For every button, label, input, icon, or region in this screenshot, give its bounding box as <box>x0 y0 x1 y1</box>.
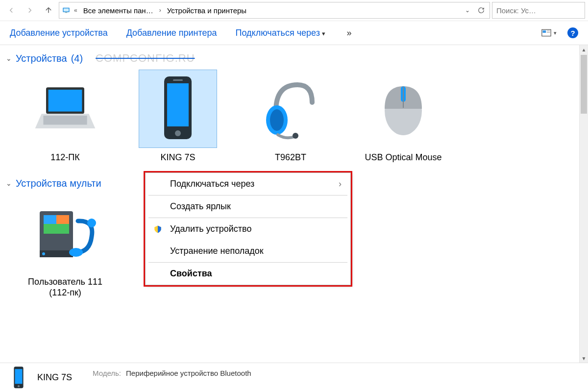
menu-connect-via[interactable]: Подключаться через › <box>146 173 350 195</box>
device-item-mouse[interactable]: USB Optical Mouse <box>362 70 445 163</box>
address-bar: « Все элементы пан… › Устройства и принт… <box>0 0 588 21</box>
details-model-val: Периферийное устройство Bluetooth <box>126 369 251 377</box>
device-label: 112-ПК <box>24 152 107 163</box>
svg-rect-6 <box>547 30 550 31</box>
section-title: Устройства мульти <box>16 178 101 189</box>
phone-icon <box>139 70 217 148</box>
chevron-down-icon: ⌄ <box>6 179 12 187</box>
device-label: KING 7S <box>136 152 220 163</box>
laptop-icon <box>26 70 104 148</box>
device-grid: 112-ПК KING 7S <box>6 70 582 163</box>
breadcrumb[interactable]: « Все элементы пан… › Устройства и принт… <box>59 2 490 19</box>
svg-point-28 <box>87 219 96 227</box>
menu-label: Подключаться через <box>170 179 254 189</box>
device-item-media[interactable]: Пользователь 111 (112-пк) <box>24 194 107 298</box>
svg-point-13 <box>175 130 181 136</box>
details-model-key: Модель: <box>93 369 121 377</box>
menu-label: Удалить устройство <box>170 224 251 234</box>
toolbar: Добавление устройства Добавление принтер… <box>0 21 588 45</box>
scroll-up-icon[interactable]: ▲ <box>580 45 588 54</box>
add-device-button[interactable]: Добавление устройства <box>10 28 108 38</box>
svg-rect-30 <box>15 369 22 384</box>
menu-label: Создать ярлык <box>170 201 231 212</box>
chevron-right-icon: › <box>339 179 342 189</box>
content-area: ⌄ Устройства (4) COMPCONFIG.RU 112-ПК <box>0 45 588 363</box>
device-label: Пользователь 111 (112-пк) <box>24 276 107 298</box>
toolbar-overflow[interactable]: » <box>347 28 352 38</box>
mouse-icon <box>364 70 442 148</box>
section-title: Устройства <box>16 53 67 64</box>
menu-label: Устранение неполадок <box>170 246 264 256</box>
chevron-down-icon: ⌄ <box>6 54 12 62</box>
svg-rect-5 <box>543 30 546 33</box>
refresh-icon[interactable] <box>475 3 488 18</box>
nav-forward-icon[interactable] <box>22 2 38 19</box>
chevron-down-icon[interactable]: ▾ <box>554 30 557 36</box>
menu-label: Свойства <box>170 269 212 279</box>
device-item-phone[interactable]: KING 7S <box>136 70 220 163</box>
svg-rect-12 <box>167 83 189 126</box>
vertical-scrollbar[interactable]: ▲ ▼ <box>579 45 588 363</box>
device-label: USB Optical Mouse <box>362 152 445 163</box>
breadcrumb-prefix: « <box>72 7 79 14</box>
svg-point-17 <box>293 133 298 139</box>
add-printer-button[interactable]: Добавление принтера <box>126 28 217 38</box>
phone-icon <box>7 366 30 390</box>
menu-troubleshoot[interactable]: Устранение неполадок <box>146 240 350 262</box>
svg-rect-9 <box>49 90 82 112</box>
search-field[interactable] <box>496 6 588 15</box>
device-item-headset[interactable]: T962BT <box>249 70 332 163</box>
menu-create-shortcut[interactable]: Создать ярлык <box>146 196 350 218</box>
menu-remove-device[interactable]: Удалить устройство <box>146 218 350 240</box>
device-label: T962BT <box>249 152 332 163</box>
svg-rect-2 <box>65 12 68 13</box>
svg-rect-7 <box>547 32 550 33</box>
shield-icon <box>152 224 163 235</box>
scrollbar-thumb[interactable] <box>581 55 587 114</box>
svg-rect-14 <box>173 79 183 81</box>
details-title: KING 7S <box>37 372 72 383</box>
section-devices-header[interactable]: ⌄ Устройства (4) COMPCONFIG.RU <box>6 52 582 65</box>
device-item-pc[interactable]: 112-ПК <box>24 70 107 163</box>
details-pane: KING 7S Модель: Периферийное устройство … <box>0 363 588 392</box>
breadcrumb-dropdown-icon[interactable]: ⌄ <box>461 3 474 18</box>
breadcrumb-seg-2[interactable]: Устройства и принтеры <box>164 4 249 17</box>
view-options-icon[interactable] <box>541 27 552 38</box>
menu-properties[interactable]: Свойства <box>146 263 350 285</box>
help-icon[interactable]: ? <box>567 27 578 38</box>
breadcrumb-seg-1[interactable]: Все элементы пан… <box>80 4 156 17</box>
svg-point-31 <box>18 385 20 387</box>
headset-icon <box>251 70 330 148</box>
section-count: (4) <box>71 53 83 64</box>
connect-via-button[interactable]: Подключаться через <box>236 28 325 38</box>
nav-up-icon[interactable] <box>40 2 57 19</box>
svg-rect-10 <box>43 116 87 125</box>
scroll-down-icon[interactable]: ▼ <box>580 354 588 363</box>
watermark-text: COMPCONFIG.RU <box>96 52 195 65</box>
svg-rect-25 <box>44 224 69 234</box>
svg-rect-1 <box>64 8 69 11</box>
nav-back-icon[interactable] <box>3 2 20 19</box>
context-menu: Подключаться через › Создать ярлык Удали… <box>145 172 351 285</box>
svg-point-27 <box>69 248 83 257</box>
chevron-right-icon: › <box>157 7 163 14</box>
media-server-icon <box>26 194 104 272</box>
search-input[interactable] <box>492 2 585 19</box>
control-panel-icon <box>61 5 71 15</box>
svg-point-16 <box>270 109 284 131</box>
svg-point-26 <box>42 252 45 255</box>
